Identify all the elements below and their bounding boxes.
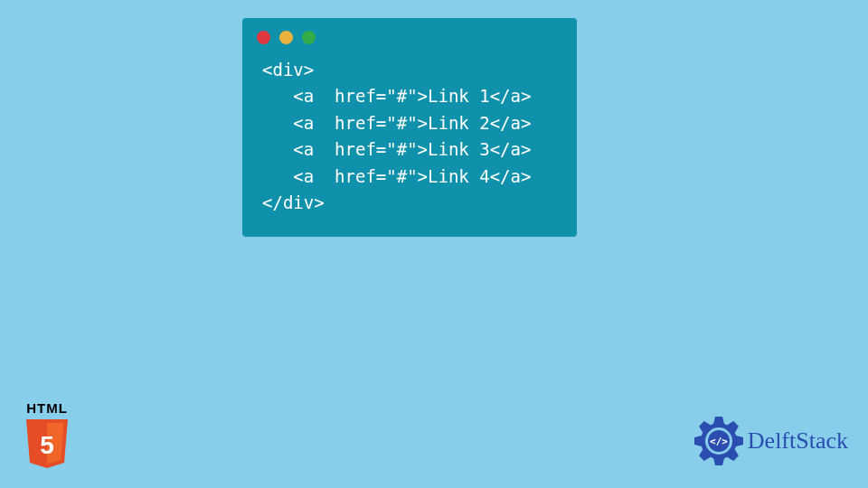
- svg-marker-8: [694, 436, 702, 446]
- html5-badge: HTML 5: [20, 400, 74, 470]
- minimize-icon: [279, 31, 293, 44]
- code-block: <div> <a href="#">Link 1</a> <a href="#"…: [242, 52, 577, 221]
- maximize-icon: [302, 31, 316, 44]
- html5-shield-icon: 5: [24, 418, 71, 470]
- svg-text:</>: </>: [710, 436, 728, 447]
- delftstack-text: DelftStack: [748, 427, 848, 455]
- delftstack-logo: </> DelftStack: [693, 416, 848, 466]
- svg-marker-2: [713, 417, 724, 424]
- svg-marker-4: [736, 436, 743, 446]
- html5-label: HTML: [20, 400, 74, 416]
- close-icon: [257, 31, 270, 44]
- code-window: <div> <a href="#">Link 1</a> <a href="#"…: [242, 18, 577, 237]
- window-titlebar: [242, 18, 577, 52]
- svg-marker-6: [713, 458, 724, 465]
- html5-version: 5: [40, 431, 54, 459]
- delftstack-gear-icon: </>: [693, 416, 744, 466]
